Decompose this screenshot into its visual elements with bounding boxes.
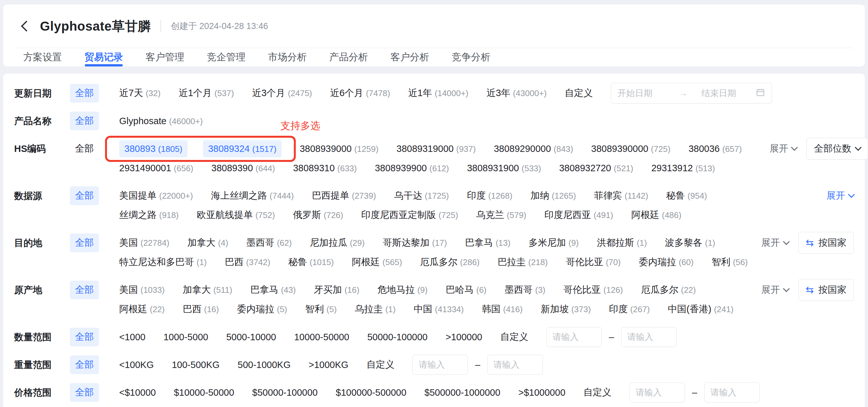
- filter-option[interactable]: 秘鲁(1015): [288, 256, 334, 269]
- filter-option[interactable]: 自定义: [565, 87, 593, 100]
- filter-option[interactable]: 近3个月(2475): [252, 87, 312, 100]
- expand-link[interactable]: 展开: [769, 142, 797, 155]
- filter-option[interactable]: 厄瓜多尔(22): [641, 284, 695, 296]
- date-range-picker[interactable]: 开始日期→结束日期: [611, 83, 772, 104]
- all-option[interactable]: 全部: [70, 383, 99, 402]
- filter-option[interactable]: >1000KG: [309, 359, 348, 370]
- tab-5[interactable]: 市场分析: [268, 48, 307, 66]
- tab-3[interactable]: 客户管理: [146, 48, 184, 66]
- filter-option[interactable]: 阿根廷(565): [352, 256, 402, 269]
- tab-1[interactable]: 方案设置: [23, 48, 62, 66]
- filter-option[interactable]: 自定义: [500, 330, 528, 344]
- filter-option[interactable]: 美国(22784): [119, 236, 169, 249]
- filter-option[interactable]: 新加坡(373): [541, 303, 591, 316]
- tab-4[interactable]: 竞企管理: [207, 48, 246, 66]
- filter-option[interactable]: >100000: [445, 332, 482, 343]
- filter-option[interactable]: 近3年(43000+): [487, 87, 547, 100]
- filter-option[interactable]: 3808939000(1259): [300, 144, 378, 154]
- filter-option[interactable]: >$1000000: [519, 387, 565, 398]
- filter-option[interactable]: 100-500KG: [172, 359, 219, 370]
- filter-option[interactable]: 38089290000(843): [494, 144, 573, 154]
- filter-option[interactable]: $10000-50000: [174, 387, 234, 398]
- filter-option[interactable]: 50000-100000: [367, 332, 428, 343]
- filter-option[interactable]: 秘鲁(954): [666, 189, 707, 202]
- filter-option[interactable]: 巴西(3742): [225, 256, 270, 269]
- filter-option[interactable]: 哥伦比亚(70): [566, 256, 621, 269]
- filter-option[interactable]: 印度尼西亚(491): [545, 209, 614, 222]
- filter-option[interactable]: 5000-10000: [226, 332, 276, 343]
- filter-option[interactable]: 中国(香港)(241): [668, 303, 734, 316]
- all-option[interactable]: 全部: [75, 142, 94, 155]
- filter-option[interactable]: 多米尼加(9): [528, 236, 579, 249]
- filter-option[interactable]: 印度(267): [609, 303, 650, 316]
- filter-option[interactable]: 巴西(16): [183, 303, 219, 316]
- filter-option[interactable]: 巴西提单(2739): [312, 189, 376, 202]
- filter-option[interactable]: 乌克兰(579): [476, 209, 526, 222]
- filter-option[interactable]: 3808931900(533): [467, 163, 541, 174]
- range-input-min[interactable]: [629, 382, 685, 403]
- filter-option[interactable]: 2931490001(656): [119, 163, 193, 174]
- filter-option[interactable]: 38089390(644): [211, 163, 275, 174]
- filter-option[interactable]: 3808939900(612): [375, 163, 449, 174]
- all-option[interactable]: 全部: [70, 328, 99, 346]
- range-input-max[interactable]: [621, 327, 677, 347]
- filter-option[interactable]: 印度尼西亚定制版(725): [361, 209, 458, 222]
- filter-option[interactable]: 29313912(513): [651, 163, 715, 174]
- filter-option[interactable]: 巴拿马(43): [250, 284, 296, 296]
- filter-option[interactable]: 38089310(633): [293, 163, 357, 174]
- all-option[interactable]: 全部: [70, 281, 99, 299]
- all-option[interactable]: 全部: [70, 355, 99, 374]
- filter-option[interactable]: 3808932720(521): [559, 163, 633, 174]
- all-option[interactable]: 全部: [70, 112, 99, 130]
- filter-option[interactable]: 墨西哥(3): [504, 284, 546, 296]
- by-country-button[interactable]: ⇆按国家: [798, 279, 854, 301]
- filter-option[interactable]: 洪都拉斯(1): [597, 236, 647, 249]
- filter-option[interactable]: 10000-50000: [294, 332, 349, 343]
- filter-option[interactable]: 波多黎各(1): [665, 236, 715, 249]
- tab-6[interactable]: 产品分析: [329, 48, 368, 66]
- filter-option[interactable]: 美国提单(22000+): [119, 189, 193, 202]
- all-option[interactable]: 全部: [70, 186, 99, 205]
- filter-option[interactable]: 自定义: [584, 386, 612, 399]
- filter-option[interactable]: 印度(1268): [467, 189, 512, 202]
- filter-option[interactable]: 阿根廷(22): [119, 303, 165, 316]
- filter-option[interactable]: 智利(56): [712, 256, 748, 269]
- filter-option[interactable]: 乌拉圭(1): [355, 303, 396, 316]
- filter-option[interactable]: 智利(5): [305, 303, 337, 316]
- filter-option[interactable]: 38089324(1517): [203, 140, 282, 157]
- filter-option[interactable]: Glyphosate(46000+): [119, 116, 203, 126]
- filter-option[interactable]: 墨西哥(62): [246, 236, 291, 249]
- filter-option[interactable]: 乌干达(1725): [394, 189, 449, 202]
- filter-option[interactable]: 加纳(1265): [530, 189, 576, 202]
- filter-option[interactable]: 厄瓜多尔(286): [420, 256, 480, 269]
- filter-option[interactable]: 近1年(14000+): [408, 87, 468, 100]
- filter-option[interactable]: 海上丝绸之路(7444): [211, 189, 294, 202]
- filter-option[interactable]: <100KG: [119, 359, 154, 370]
- filter-option[interactable]: 38089319000(937): [397, 144, 476, 154]
- filter-option[interactable]: <1000: [119, 332, 145, 343]
- filter-option[interactable]: $500000-1000000: [424, 387, 500, 398]
- filter-option[interactable]: 牙买加(16): [314, 284, 359, 296]
- filter-option[interactable]: 1000-5000: [163, 332, 208, 343]
- filter-option[interactable]: $50000-100000: [252, 387, 318, 398]
- filter-option[interactable]: 巴拉圭(218): [498, 256, 548, 269]
- filter-option[interactable]: 阿根廷(486): [631, 209, 681, 222]
- filter-option[interactable]: 巴哈马(6): [445, 284, 487, 296]
- range-input-min[interactable]: [412, 355, 468, 375]
- all-option[interactable]: 全部: [70, 84, 99, 103]
- filter-option[interactable]: 中国(41334): [414, 303, 464, 316]
- filter-option[interactable]: 380893(1805): [119, 140, 188, 157]
- filter-option[interactable]: 美国(1033): [119, 284, 165, 296]
- by-country-button[interactable]: ⇆按国家: [798, 232, 854, 254]
- filter-option[interactable]: 近6个月(7478): [330, 87, 390, 100]
- filter-option[interactable]: 欧亚航线提单(752): [197, 209, 275, 222]
- tab-2[interactable]: 贸易记录: [85, 48, 123, 66]
- expand-link[interactable]: 展开: [761, 284, 789, 296]
- filter-option[interactable]: 委内瑞拉(60): [639, 256, 693, 269]
- filter-option[interactable]: $100000-500000: [336, 387, 406, 398]
- filter-option[interactable]: 加拿大(511): [183, 284, 232, 296]
- filter-option[interactable]: 特立尼达和多巴哥(1): [119, 256, 207, 269]
- filter-option[interactable]: 哥斯达黎加(17): [383, 236, 447, 249]
- range-input-min[interactable]: [547, 327, 602, 347]
- filter-option[interactable]: 巴拿马(13): [465, 236, 510, 249]
